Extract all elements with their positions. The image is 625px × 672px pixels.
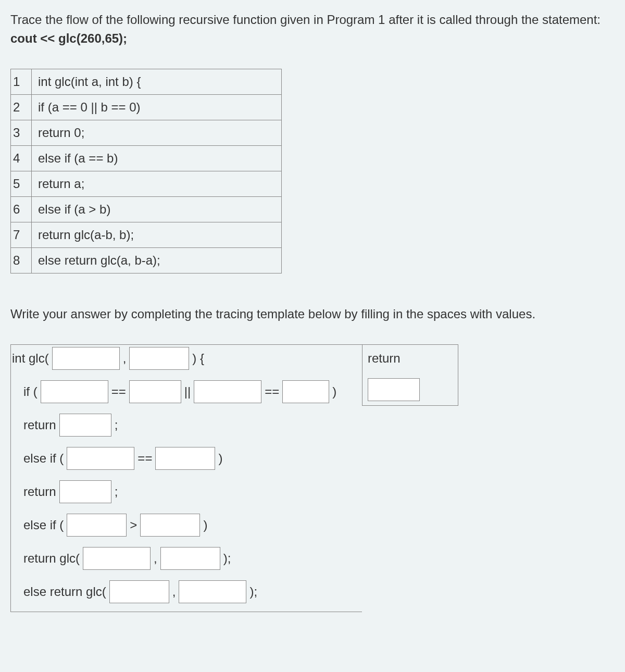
code-line-number: 1: [11, 69, 32, 95]
ret1-post: ;: [115, 416, 118, 434]
elseret-blank-1[interactable]: [109, 580, 169, 603]
code-row: 7return glc(a-b, b);: [11, 222, 282, 248]
code-line-text: return 0;: [32, 120, 282, 146]
elif1-post: ): [218, 449, 222, 468]
elseret-blank-2[interactable]: [179, 580, 246, 603]
trace-return2-row: return ;: [11, 478, 362, 505]
code-line-text: return glc(a-b, b);: [32, 222, 282, 248]
code-row: 2if (a == 0 || b == 0): [11, 95, 282, 120]
if-blank-4[interactable]: [282, 380, 329, 403]
code-line-text: else return glc(a, b-a);: [32, 248, 282, 273]
retglc-comma: ,: [154, 549, 157, 568]
trace-elif1-row: else if ( == ): [11, 445, 362, 472]
elif1-blank-1[interactable]: [67, 447, 134, 470]
elif2-blank-2[interactable]: [140, 514, 200, 537]
ret1-blank[interactable]: [59, 414, 111, 437]
if-blank-3[interactable]: [194, 380, 261, 403]
elseret-post: );: [249, 582, 257, 601]
ret2-blank[interactable]: [59, 480, 111, 503]
if-eq: ==: [111, 382, 126, 401]
trace-return1-row: return ;: [11, 412, 362, 439]
if-post: ): [332, 382, 336, 401]
code-row: 1int glc(int a, int b) {: [11, 69, 282, 95]
code-line-text: else if (a > b): [32, 197, 282, 222]
if-blank-2[interactable]: [129, 380, 181, 403]
code-row: 6else if (a > b): [11, 197, 282, 222]
code-line-number: 2: [11, 95, 32, 120]
sig-pre: int glc(: [12, 349, 49, 368]
sig-post: ) {: [192, 349, 204, 368]
code-line-text: return a;: [32, 171, 282, 197]
return-value-blank[interactable]: [368, 378, 420, 401]
sig-blank-a[interactable]: [52, 347, 120, 370]
if-pre: if (: [23, 382, 38, 401]
return-column-label: return: [368, 349, 453, 368]
if-eq2: ==: [265, 382, 279, 401]
code-row: 5return a;: [11, 171, 282, 197]
ret1-pre: return: [23, 416, 56, 434]
question-bold: cout << glc(260,65);: [10, 31, 127, 45]
elif1-eq: ==: [138, 449, 152, 468]
code-line-number: 3: [11, 120, 32, 146]
if-or: ||: [184, 382, 191, 401]
elif2-blank-1[interactable]: [67, 514, 127, 537]
retglc-post: );: [223, 549, 231, 568]
question-part1: Trace the flow of the following recursiv…: [10, 13, 601, 27]
code-table: 1int glc(int a, int b) {2if (a == 0 || b…: [10, 69, 282, 273]
sig-blank-b[interactable]: [129, 347, 189, 370]
elif1-pre: else if (: [23, 449, 64, 468]
elif2-pre: else if (: [23, 516, 64, 534]
code-line-number: 7: [11, 222, 32, 248]
elseret-pre: else return glc(: [23, 582, 106, 601]
trace-retglc-row: return glc( , );: [11, 545, 362, 572]
trace-if-row: if ( == || == ): [11, 378, 362, 405]
retglc-blank-2[interactable]: [160, 547, 220, 570]
code-line-number: 8: [11, 248, 32, 273]
code-row: 8else return glc(a, b-a);: [11, 248, 282, 273]
tracing-left-column: int glc( , ) { if ( == || == ) return ; …: [10, 344, 362, 612]
tracing-return-column: return: [362, 344, 458, 406]
code-line-text: else if (a == b): [32, 146, 282, 171]
code-row: 3return 0;: [11, 120, 282, 146]
trace-elif2-row: else if ( > ): [11, 512, 362, 539]
elseret-comma: ,: [172, 582, 176, 601]
tracing-template: int glc( , ) { if ( == || == ) return ; …: [10, 344, 615, 612]
if-blank-1[interactable]: [41, 380, 108, 403]
retglc-pre: return glc(: [23, 549, 80, 568]
trace-signature-row: int glc( , ) {: [11, 345, 362, 372]
trace-elseret-row: else return glc( , );: [11, 578, 362, 605]
elif2-gt: >: [130, 516, 137, 534]
code-row: 4else if (a == b): [11, 146, 282, 171]
sig-comma: ,: [123, 349, 127, 368]
ret2-pre: return: [23, 482, 56, 501]
code-line-text: if (a == 0 || b == 0): [32, 95, 282, 120]
instructions-text: Write your answer by completing the trac…: [10, 305, 615, 323]
code-line-number: 6: [11, 197, 32, 222]
ret2-post: ;: [115, 482, 118, 501]
elif2-post: ): [203, 516, 207, 534]
question-text: Trace the flow of the following recursiv…: [10, 10, 615, 48]
code-line-text: int glc(int a, int b) {: [32, 69, 282, 95]
code-line-number: 4: [11, 146, 32, 171]
code-line-number: 5: [11, 171, 32, 197]
elif1-blank-2[interactable]: [155, 447, 215, 470]
retglc-blank-1[interactable]: [83, 547, 151, 570]
